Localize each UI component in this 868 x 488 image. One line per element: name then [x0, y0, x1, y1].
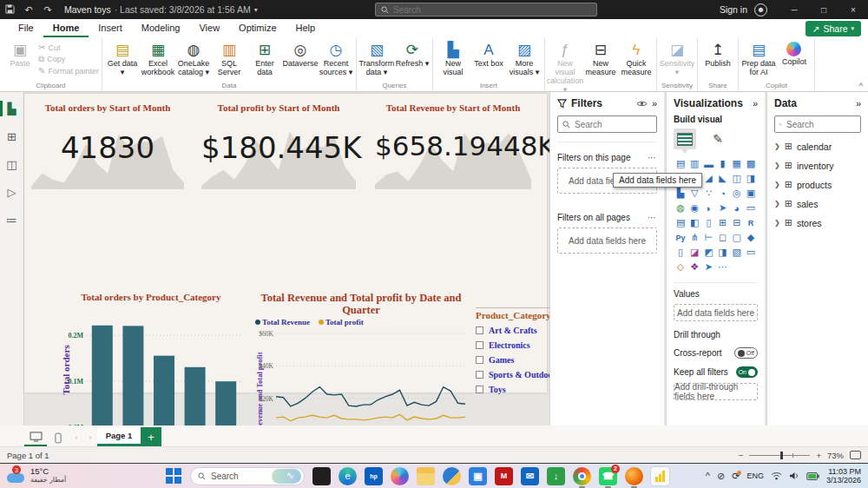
bing-app-icon[interactable]	[443, 467, 461, 485]
collapse-pane-icon[interactable]: »	[753, 98, 758, 109]
next-page-arrow[interactable]: ›	[83, 429, 97, 446]
more-options-icon[interactable]: ⋯	[648, 213, 657, 222]
global-search-box[interactable]	[375, 3, 597, 16]
tmdl-view-icon[interactable]: ≔	[0, 210, 24, 229]
bar-Games[interactable]	[154, 356, 174, 427]
image-icon[interactable]: ▭	[744, 246, 758, 259]
mcafee-icon[interactable]: M	[495, 467, 513, 485]
volume-icon[interactable]	[789, 472, 799, 480]
expand-chevron-icon[interactable]: ❯	[774, 142, 780, 150]
new-measure-button[interactable]: ⊟New measure	[583, 40, 618, 76]
table-icon[interactable]: ⊞	[715, 216, 729, 229]
cut-button[interactable]: ✂Cut	[38, 43, 99, 52]
donut-chart-icon[interactable]: ◎	[730, 187, 744, 200]
bar-Electronics[interactable]	[215, 381, 236, 427]
scatter-chart-icon[interactable]: ∵	[701, 187, 715, 200]
ribbon-tab-insert[interactable]: Insert	[89, 20, 132, 37]
battery-icon[interactable]	[806, 472, 819, 480]
language-indicator[interactable]: ENG	[746, 472, 764, 480]
bar-Toys[interactable]	[92, 326, 113, 427]
kpi-icon[interactable]: ◧	[687, 216, 701, 229]
qa-icon[interactable]: ◻	[715, 231, 729, 244]
collapse-pane-icon[interactable]: »	[652, 98, 657, 109]
table-view-icon[interactable]: ⊞	[0, 127, 24, 146]
sensitivity-button[interactable]: ◪Sensitivity ▾	[660, 40, 694, 76]
undo-icon[interactable]: ↶	[19, 4, 38, 16]
pie-chart-icon[interactable]: ◔	[715, 187, 729, 200]
decomposition-tree-icon[interactable]: ⊢	[701, 231, 715, 244]
redo-icon[interactable]: ↷	[38, 4, 57, 16]
kpi-card-total-revenue[interactable]: Total Revenue by Start of Month$658.1944…	[375, 99, 531, 189]
maximize-button[interactable]: □	[809, 0, 838, 19]
network-status-icon[interactable]: ⊘	[717, 471, 725, 482]
format-visual-tab[interactable]: ✎	[708, 129, 727, 149]
start-button[interactable]	[165, 467, 182, 485]
text-box-button[interactable]: AText box	[471, 40, 506, 68]
save-icon[interactable]	[0, 4, 19, 16]
flow-icon[interactable]: ➤	[701, 260, 715, 274]
clock[interactable]: 11:03 PM 3/13/2026	[826, 467, 861, 485]
shape-map-icon[interactable]: ◗	[701, 201, 715, 214]
zoom-out-icon[interactable]: −	[739, 451, 744, 460]
custom-visual-1-icon[interactable]: ▧	[730, 246, 744, 259]
treemap-icon[interactable]: ▣	[744, 187, 758, 200]
waterfall-chart-icon[interactable]: ▙	[674, 187, 687, 200]
cross-report-toggle[interactable]: Off	[734, 347, 758, 359]
firefox-icon[interactable]	[625, 467, 643, 485]
edge-browser-icon[interactable]: e	[339, 467, 357, 485]
account-avatar-icon[interactable]: ☻	[754, 3, 767, 16]
prep-data-for-ai-button[interactable]: ▤Prep data for AI	[741, 40, 776, 76]
title-dropdown-caret[interactable]: ▾	[254, 6, 258, 14]
more-visual-options-icon[interactable]: ⋯	[715, 260, 729, 274]
more-visuals-button[interactable]: ▨More visuals ▾	[507, 40, 542, 76]
format-painter-button[interactable]: ✎Format painter	[38, 66, 99, 76]
matrix-icon[interactable]: ⊟	[730, 216, 744, 229]
gauge-icon[interactable]: ◕	[730, 201, 744, 214]
stacked-column-chart-icon[interactable]: ▥	[687, 157, 701, 170]
filters-search-box[interactable]	[557, 115, 657, 133]
python-icon[interactable]: Py	[674, 231, 687, 244]
data-search-box[interactable]	[774, 115, 861, 133]
close-button[interactable]: ×	[838, 0, 868, 19]
bar-Sports & Outdoors[interactable]	[185, 367, 206, 427]
dataverse-button[interactable]: ◎Dataverse	[283, 40, 318, 68]
slicer-icon[interactable]: ▯	[701, 216, 715, 229]
expand-chevron-icon[interactable]: ❯	[774, 200, 780, 208]
kpi-card-total-orders[interactable]: Total orders by Start of Month41830	[31, 99, 184, 189]
line-and-clustered-column-icon[interactable]: ◫	[730, 172, 744, 185]
wifi-icon[interactable]	[771, 472, 782, 480]
ribbon-tab-optimize[interactable]: Optimize	[229, 20, 286, 37]
shapes-icon[interactable]: ❖	[687, 260, 701, 274]
power-bi-desktop-app-icon[interactable]	[651, 467, 669, 485]
sign-in-link[interactable]: Sign in	[720, 4, 747, 15]
line-and-stacked-column-icon[interactable]: ◣	[715, 172, 729, 185]
expand-chevron-icon[interactable]: ❯	[774, 181, 780, 188]
new-visual-button[interactable]: ▙New visual	[436, 40, 470, 76]
buttons-icon[interactable]: ◇	[674, 260, 687, 274]
new-page-button[interactable]: +	[141, 427, 161, 446]
data-search-input[interactable]	[786, 120, 856, 129]
refresh-button[interactable]: ⟳Refresh ▾	[395, 40, 430, 68]
hp-app-icon[interactable]: hp	[365, 467, 383, 485]
page-tab[interactable]: Page 1	[97, 427, 141, 446]
ribbon-chart-icon[interactable]: ◨	[744, 172, 758, 185]
card-icon[interactable]: ▭	[744, 201, 758, 214]
more-options-icon[interactable]: ⋯	[648, 153, 657, 162]
keep-all-filters-toggle[interactable]: On	[736, 366, 758, 378]
chrome-icon[interactable]	[573, 467, 591, 485]
desktop-layout-icon[interactable]	[24, 429, 47, 446]
checkbox[interactable]	[476, 371, 483, 379]
publish-button[interactable]: ↥Publish	[700, 40, 735, 68]
arcgis-map-icon[interactable]: ◨	[715, 246, 729, 259]
mobile-layout-icon[interactable]	[47, 429, 69, 446]
paginated-report-icon[interactable]: ▯	[674, 246, 687, 259]
data-table-sales[interactable]: ❯⊞sales	[774, 198, 861, 209]
idm-icon[interactable]: ↓	[547, 467, 565, 485]
recent-sources-button[interactable]: ◷Recent sources ▾	[319, 40, 353, 76]
paste-button[interactable]: ▣Paste	[3, 40, 37, 68]
eye-icon[interactable]	[636, 100, 648, 108]
report-view-icon[interactable]: ▙	[0, 99, 24, 118]
checkbox[interactable]	[476, 356, 483, 364]
expand-chevron-icon[interactable]: ❯	[774, 219, 780, 227]
values-dropzone[interactable]: Add data fields here	[674, 304, 758, 321]
